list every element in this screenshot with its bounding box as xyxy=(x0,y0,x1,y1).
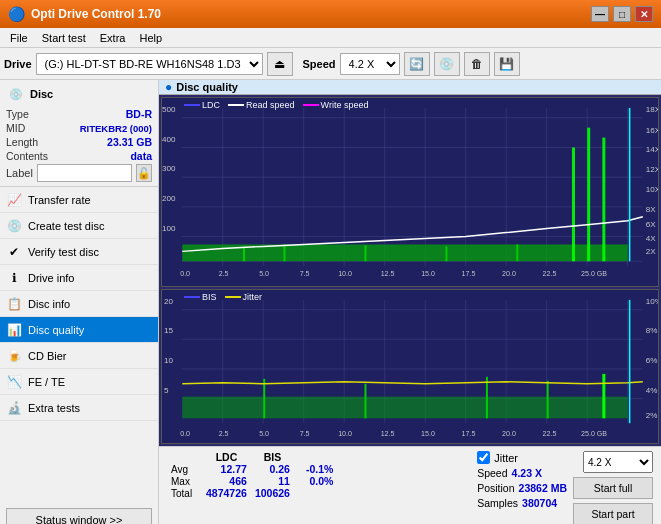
chart-bottom-legend: BIS Jitter xyxy=(184,292,262,302)
svg-text:4X: 4X xyxy=(646,235,657,244)
total-ldc: 4874726 xyxy=(202,487,251,499)
avg-label: Avg xyxy=(167,463,202,475)
drive-label: Drive xyxy=(4,58,32,70)
start-full-button[interactable]: Start full xyxy=(573,477,653,499)
app-title: Opti Drive Control 1.70 xyxy=(31,7,161,21)
menu-help[interactable]: Help xyxy=(133,31,168,45)
svg-text:5.0: 5.0 xyxy=(259,270,269,277)
drive-select[interactable]: (G:) HL-DT-ST BD-RE WH16NS48 1.D3 xyxy=(36,53,263,75)
disc-quality-title: Disc quality xyxy=(176,81,238,93)
bis-legend: BIS xyxy=(184,292,217,302)
svg-text:200: 200 xyxy=(162,194,176,203)
main: 💿 Disc Type BD-R MID RITEKBR2 (000) Leng… xyxy=(0,80,661,524)
nav-drive-info[interactable]: ℹ Drive info xyxy=(0,265,158,291)
length-value: 23.31 GB xyxy=(107,136,152,148)
svg-text:5.0: 5.0 xyxy=(259,430,269,437)
nav-transfer-rate-label: Transfer rate xyxy=(28,194,91,206)
refresh-button[interactable]: 🔄 xyxy=(404,52,430,76)
disc-quality-icon: 📊 xyxy=(6,322,22,338)
svg-text:15.0: 15.0 xyxy=(421,430,435,437)
max-label: Max xyxy=(167,475,202,487)
menu-extra[interactable]: Extra xyxy=(94,31,132,45)
erase-button[interactable]: 🗑 xyxy=(464,52,490,76)
type-row: Type BD-R xyxy=(6,108,152,120)
svg-text:10.0: 10.0 xyxy=(338,270,352,277)
nav-fe-te-label: FE / TE xyxy=(28,376,65,388)
nav-disc-quality[interactable]: 📊 Disc quality xyxy=(0,317,158,343)
svg-rect-69 xyxy=(182,397,627,419)
contents-label: Contents xyxy=(6,150,48,162)
mid-row: MID RITEKBR2 (000) xyxy=(6,122,152,134)
disc-quality-header: ● Disc quality xyxy=(159,80,661,95)
close-button[interactable]: ✕ xyxy=(635,6,653,22)
svg-text:25.0 GB: 25.0 GB xyxy=(581,430,607,437)
start-part-button[interactable]: Start part xyxy=(573,503,653,524)
svg-text:16X: 16X xyxy=(646,126,658,135)
speed-row: Speed 4.23 X xyxy=(477,467,567,479)
svg-text:2.5: 2.5 xyxy=(219,430,229,437)
lock-button[interactable]: 🔓 xyxy=(136,164,152,182)
save-button[interactable]: 💾 xyxy=(494,52,520,76)
position-label: Position xyxy=(477,482,514,494)
samples-row: Samples 380704 xyxy=(477,497,567,509)
nav-create-test[interactable]: 💿 Create test disc xyxy=(0,213,158,239)
nav-extra-tests[interactable]: 🔬 Extra tests xyxy=(0,395,158,421)
nav-extra-tests-label: Extra tests xyxy=(28,402,80,414)
maximize-button[interactable]: □ xyxy=(613,6,631,22)
nav-verify-test[interactable]: ✔ Verify test disc xyxy=(0,239,158,265)
speed-select[interactable]: 4.2 X xyxy=(340,53,400,75)
stats-right: 4.2 X Start full Start part xyxy=(573,451,653,524)
titlebar-left: 🔵 Opti Drive Control 1.70 xyxy=(8,6,161,22)
speed-dropdown[interactable]: 4.2 X xyxy=(583,451,653,473)
contents-value: data xyxy=(130,150,152,162)
nav-transfer-rate[interactable]: 📈 Transfer rate xyxy=(0,187,158,213)
svg-text:6%: 6% xyxy=(646,356,658,365)
status-window-button[interactable]: Status window >> xyxy=(6,508,152,524)
svg-text:12X: 12X xyxy=(646,165,658,174)
svg-text:15.0: 15.0 xyxy=(421,270,435,277)
nav-fe-te[interactable]: 📉 FE / TE xyxy=(0,369,158,395)
speed-label-stats: Speed xyxy=(477,467,507,479)
nav-cd-bier-label: CD Bier xyxy=(28,350,67,362)
transfer-rate-icon: 📈 xyxy=(6,192,22,208)
svg-text:10X: 10X xyxy=(646,185,658,194)
label-input[interactable] xyxy=(37,164,132,182)
svg-text:0.0: 0.0 xyxy=(180,270,190,277)
read-speed-legend: Read speed xyxy=(228,100,295,110)
total-label: Total xyxy=(167,487,202,499)
svg-text:25.0 GB: 25.0 GB xyxy=(581,270,607,277)
chart-bottom-svg: 10% 8% 6% 4% 2% 20 15 10 5 0.0 2.5 5.0 7… xyxy=(162,290,658,443)
nav-cd-bier[interactable]: 🍺 CD Bier xyxy=(0,343,158,369)
drive-info-icon: ℹ xyxy=(6,270,22,286)
svg-rect-22 xyxy=(243,246,245,261)
svg-text:300: 300 xyxy=(162,164,176,173)
nav-disc-info[interactable]: 📋 Disc info xyxy=(0,291,158,317)
svg-rect-71 xyxy=(364,384,366,419)
menu-file[interactable]: File xyxy=(4,31,34,45)
mid-value: RITEKBR2 (000) xyxy=(80,123,152,134)
disc-info-panel: 💿 Disc Type BD-R MID RITEKBR2 (000) Leng… xyxy=(0,80,158,187)
chart-top-svg: 18X 16X 14X 12X 10X 8X 6X 4X 2X 500 400 … xyxy=(162,98,658,286)
nav-disc-quality-label: Disc quality xyxy=(28,324,84,336)
minimize-button[interactable]: — xyxy=(591,6,609,22)
eject-button[interactable]: ⏏ xyxy=(267,52,293,76)
svg-rect-26 xyxy=(516,244,518,261)
jitter-checkbox[interactable] xyxy=(477,451,490,464)
position-value: 23862 MB xyxy=(519,482,567,494)
svg-text:18X: 18X xyxy=(646,105,658,114)
svg-rect-72 xyxy=(486,377,488,418)
extra-tests-icon: 🔬 xyxy=(6,400,22,416)
stats-middle: Jitter Speed 4.23 X Position 23862 MB Sa… xyxy=(477,451,567,509)
svg-text:20: 20 xyxy=(164,297,174,306)
cd-bier-icon: 🍺 xyxy=(6,348,22,364)
chart-top: LDC Read speed Write speed xyxy=(161,97,659,287)
svg-text:20.0: 20.0 xyxy=(502,430,516,437)
svg-text:14X: 14X xyxy=(646,146,658,155)
svg-rect-70 xyxy=(263,379,265,418)
max-bis: 11 xyxy=(251,475,294,487)
svg-text:4%: 4% xyxy=(646,386,658,395)
burn-button[interactable]: 💿 xyxy=(434,52,460,76)
content-area: ● Disc quality LDC Read speed xyxy=(159,80,661,524)
menu-starttest[interactable]: Start test xyxy=(36,31,92,45)
svg-text:0.0: 0.0 xyxy=(180,430,190,437)
